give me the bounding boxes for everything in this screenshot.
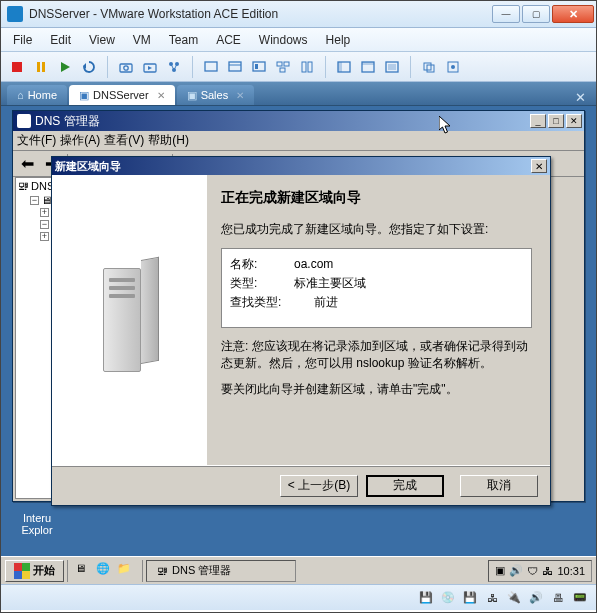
summary-lookup-label: 查找类型:	[230, 293, 294, 312]
dns-menu-help[interactable]: 帮助(H)	[148, 132, 189, 149]
close-button[interactable]: ✕	[552, 5, 594, 23]
tab-close-icon[interactable]: ✕	[157, 90, 165, 101]
tray-shield-icon[interactable]: 🛡	[527, 565, 538, 577]
summary-name-label: 名称:	[230, 255, 294, 274]
quicklaunch-ie-icon[interactable]: 🌐	[96, 562, 114, 580]
menu-view[interactable]: View	[81, 30, 123, 50]
tab-sales[interactable]: ▣ Sales ✕	[177, 85, 255, 105]
power-off-button[interactable]	[7, 57, 27, 77]
tab-close-icon[interactable]: ✕	[236, 90, 244, 101]
svg-rect-25	[362, 62, 374, 65]
summary-type-label: 类型:	[230, 274, 294, 293]
desktop-ie-label[interactable]: InteruExplor	[13, 512, 61, 536]
svg-rect-0	[12, 62, 22, 72]
quicklaunch-desktop-icon[interactable]: 🖥	[75, 562, 93, 580]
svg-rect-16	[255, 64, 258, 69]
revert-button[interactable]	[140, 57, 160, 77]
device-hdd-icon[interactable]: 💾	[418, 590, 434, 606]
quickswitch-button[interactable]	[358, 57, 378, 77]
toolbar-extra-button[interactable]	[443, 57, 463, 77]
dns-menu-action[interactable]: 操作(A)	[60, 132, 100, 149]
menu-ace[interactable]: ACE	[208, 30, 249, 50]
svg-rect-17	[277, 62, 282, 66]
wizard-finish-button[interactable]: 完成	[366, 475, 444, 497]
start-button[interactable]: 开始	[5, 560, 64, 582]
vmware-menubar: File Edit View VM Team ACE Windows Help	[1, 28, 596, 52]
wizard-side-image	[52, 175, 207, 465]
menu-team[interactable]: Team	[161, 30, 206, 50]
menu-file[interactable]: File	[5, 30, 40, 50]
show-appliance-button[interactable]	[249, 57, 269, 77]
show-favorites-button[interactable]	[297, 57, 317, 77]
vmware-toolbar	[1, 52, 596, 82]
svg-marker-8	[148, 66, 152, 70]
tab-home-label: Home	[28, 89, 57, 101]
fullscreen-button[interactable]	[382, 57, 402, 77]
tabstrip-close-icon[interactable]: ✕	[571, 90, 590, 105]
unity-button[interactable]	[419, 57, 439, 77]
app-icon	[7, 6, 23, 22]
dns-titlebar[interactable]: DNS 管理器 _ □ ✕	[13, 111, 584, 131]
device-display-icon[interactable]: 📟	[572, 590, 588, 606]
system-tray[interactable]: ▣ 🔊 🛡 🖧 10:31	[488, 560, 592, 582]
taskbar-app-button[interactable]: 🖳 DNS 管理器	[146, 560, 296, 582]
sidebar-button[interactable]	[334, 57, 354, 77]
show-summary-button[interactable]	[225, 57, 245, 77]
expand-icon[interactable]: −	[40, 220, 49, 229]
device-printer-icon[interactable]: 🖶	[550, 590, 566, 606]
snapshot-button[interactable]	[116, 57, 136, 77]
maximize-button[interactable]: ▢	[522, 5, 550, 23]
dns-maximize-button[interactable]: □	[548, 114, 564, 128]
svg-rect-12	[205, 62, 217, 71]
tray-lan-icon[interactable]: 🖧	[542, 565, 553, 577]
new-zone-wizard-dialog: 新建区域向导 ✕ 正在完成新建区域向导 您已成功完成了新建区域向导。您	[51, 156, 551, 506]
power-on-button[interactable]	[55, 57, 75, 77]
dns-back-button[interactable]: ⬅	[17, 154, 37, 174]
device-sound-icon[interactable]: 🔊	[528, 590, 544, 606]
window-title: DNSServer - VMware Workstation ACE Editi…	[29, 7, 492, 21]
collapse-icon[interactable]: −	[30, 196, 39, 205]
dns-close-button[interactable]: ✕	[566, 114, 582, 128]
snapshot-mgr-button[interactable]	[164, 57, 184, 77]
wizard-summary-box: 名称:oa.com 类型:标准主要区域 查找类型:前进	[221, 248, 532, 328]
minimize-button[interactable]: —	[492, 5, 520, 23]
expand-icon[interactable]: +	[40, 208, 49, 217]
show-team-button[interactable]	[273, 57, 293, 77]
home-icon: ⌂	[17, 89, 24, 101]
wizard-titlebar[interactable]: 新建区域向导 ✕	[52, 157, 550, 175]
wizard-close-button[interactable]: ✕	[531, 159, 547, 173]
show-console-button[interactable]	[201, 57, 221, 77]
menu-vm[interactable]: VM	[125, 30, 159, 50]
svg-rect-15	[253, 62, 265, 71]
device-nic-icon[interactable]: 🖧	[484, 590, 500, 606]
svg-rect-13	[229, 62, 241, 71]
wizard-note-text: 注意: 您应该现在将记录添加到区域，或者确保记录得到动态更新。然后，您可以用 n…	[221, 338, 532, 372]
quicklaunch-app-icon[interactable]: 📁	[117, 562, 135, 580]
device-usb-icon[interactable]: 🔌	[506, 590, 522, 606]
menu-edit[interactable]: Edit	[42, 30, 79, 50]
guest-desktop[interactable]: DNS 管理器 _ □ ✕ 文件(F) 操作(A) 查看(V) 帮助(H) ⬅ …	[1, 106, 596, 584]
device-floppy-icon[interactable]: 💾	[462, 590, 478, 606]
suspend-button[interactable]	[31, 57, 51, 77]
tray-clock[interactable]: 10:31	[557, 565, 585, 577]
svg-rect-1	[37, 62, 40, 72]
tab-home[interactable]: ⌂ Home	[7, 85, 67, 105]
tray-network-icon[interactable]: 🔊	[509, 564, 523, 577]
tray-vmtools-icon[interactable]: ▣	[495, 564, 505, 577]
device-cd-icon[interactable]: 💿	[440, 590, 456, 606]
svg-rect-21	[308, 62, 312, 72]
dns-menu-file[interactable]: 文件(F)	[17, 132, 56, 149]
wizard-button-row: < 上一步(B) 完成 取消	[52, 465, 550, 505]
svg-rect-19	[280, 68, 285, 72]
menu-windows[interactable]: Windows	[251, 30, 316, 50]
reset-button[interactable]	[79, 57, 99, 77]
expand-icon[interactable]: +	[40, 232, 49, 241]
tab-dnsserver[interactable]: ▣ DNSServer ✕	[69, 85, 175, 105]
wizard-back-button[interactable]: < 上一步(B)	[280, 475, 358, 497]
menu-help[interactable]: Help	[318, 30, 359, 50]
dns-minimize-button[interactable]: _	[530, 114, 546, 128]
vm-icon: ▣	[187, 89, 197, 102]
svg-marker-3	[61, 62, 70, 72]
wizard-cancel-button[interactable]: 取消	[460, 475, 538, 497]
dns-menu-view[interactable]: 查看(V)	[104, 132, 144, 149]
